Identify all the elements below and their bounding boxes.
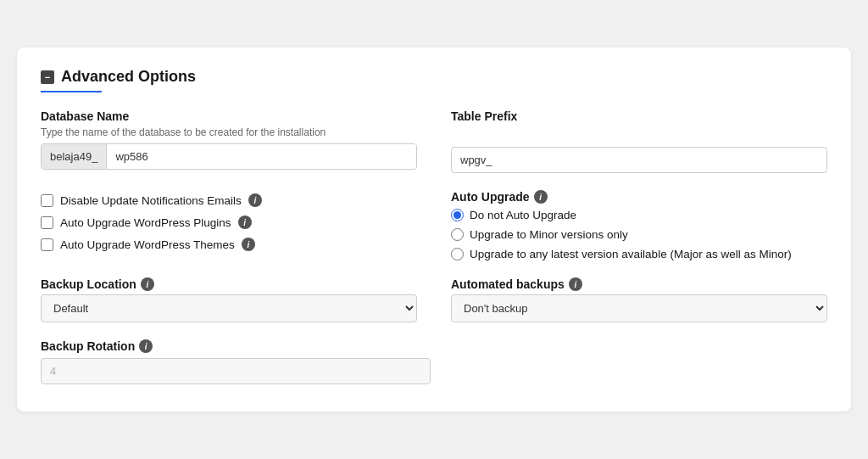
info-icon-themes[interactable]: i bbox=[242, 238, 255, 251]
database-name-field: Database Name Type the name of the datab… bbox=[41, 109, 417, 173]
automated-backups-label: Automated backups i bbox=[451, 277, 827, 291]
backup-location-field: Backup Location i Default Custom bbox=[41, 277, 417, 322]
radio-any-version-input[interactable] bbox=[451, 248, 464, 260]
info-icon-backup-location[interactable]: i bbox=[141, 277, 154, 291]
checkbox-auto-upgrade-plugins[interactable]: Auto Upgrade WordPress Plugins i bbox=[41, 216, 417, 229]
section-header: − Advanced Options bbox=[41, 68, 827, 86]
table-prefix-input[interactable] bbox=[451, 147, 827, 173]
page-title: Advanced Options bbox=[61, 68, 196, 86]
checkbox-auto-upgrade-themes-input[interactable] bbox=[41, 238, 53, 251]
radio-any-version[interactable]: Upgrade to any latest version available … bbox=[451, 248, 827, 260]
automated-backups-field: Automated backups i Don't backup Daily W… bbox=[451, 277, 827, 322]
database-name-input[interactable] bbox=[107, 144, 416, 169]
radio-minor-only[interactable]: Upgrade to Minor versions only bbox=[451, 228, 827, 241]
table-prefix-hint-spacer bbox=[451, 126, 827, 142]
info-icon-automated-backups[interactable]: i bbox=[569, 277, 582, 291]
auto-upgrade-section: Auto Upgrade i Do not Auto Upgrade Upgra… bbox=[451, 190, 827, 260]
database-name-label: Database Name bbox=[41, 109, 417, 123]
backup-rotation-section: Backup Rotation i bbox=[41, 339, 827, 384]
radio-minor-only-input[interactable] bbox=[451, 228, 464, 241]
radio-no-auto-upgrade-input[interactable] bbox=[451, 209, 464, 221]
checkbox-list: Disable Update Notifications Emails i Au… bbox=[41, 193, 417, 251]
database-name-input-group: belaja49_ bbox=[41, 143, 417, 170]
checkbox-auto-upgrade-plugins-input[interactable] bbox=[41, 216, 53, 229]
backup-rotation-input[interactable] bbox=[41, 358, 431, 384]
backup-location-label: Backup Location i bbox=[41, 277, 417, 291]
toggle-icon[interactable]: − bbox=[41, 70, 54, 84]
backup-location-select[interactable]: Default Custom bbox=[41, 294, 417, 322]
advanced-options-card: − Advanced Options Database Name Type th… bbox=[17, 48, 851, 411]
auto-upgrade-radio-group: Do not Auto Upgrade Upgrade to Minor ver… bbox=[451, 209, 827, 260]
backup-rotation-input-wrapper bbox=[41, 358, 827, 384]
row-backup: Backup Location i Default Custom Automat… bbox=[41, 277, 827, 322]
info-icon-plugins[interactable]: i bbox=[238, 216, 252, 229]
info-icon-backup-rotation[interactable]: i bbox=[139, 339, 153, 353]
checkbox-disable-notifications-input[interactable] bbox=[41, 194, 53, 207]
table-prefix-field: Table Prefix bbox=[451, 109, 827, 173]
info-icon-auto-upgrade[interactable]: i bbox=[534, 190, 548, 204]
auto-upgrade-label: Auto Upgrade i bbox=[451, 190, 827, 204]
checkbox-auto-upgrade-themes[interactable]: Auto Upgrade WordPress Themes i bbox=[41, 238, 417, 251]
row-db-prefix: Database Name Type the name of the datab… bbox=[41, 109, 827, 173]
info-icon-notifications[interactable]: i bbox=[248, 193, 262, 207]
checkboxes-group: Disable Update Notifications Emails i Au… bbox=[41, 190, 417, 260]
row-checkboxes-autoupgrade: Disable Update Notifications Emails i Au… bbox=[41, 190, 827, 260]
table-prefix-label: Table Prefix bbox=[451, 109, 827, 123]
database-name-hint: Type the name of the database to be crea… bbox=[41, 126, 417, 138]
backup-rotation-label: Backup Rotation i bbox=[41, 339, 827, 353]
checkbox-disable-notifications[interactable]: Disable Update Notifications Emails i bbox=[41, 193, 417, 207]
title-underline bbox=[41, 91, 102, 92]
database-prefix: belaja49_ bbox=[42, 144, 107, 169]
automated-backups-select[interactable]: Don't backup Daily Weekly Monthly bbox=[451, 294, 827, 322]
radio-no-auto-upgrade[interactable]: Do not Auto Upgrade bbox=[451, 209, 827, 221]
